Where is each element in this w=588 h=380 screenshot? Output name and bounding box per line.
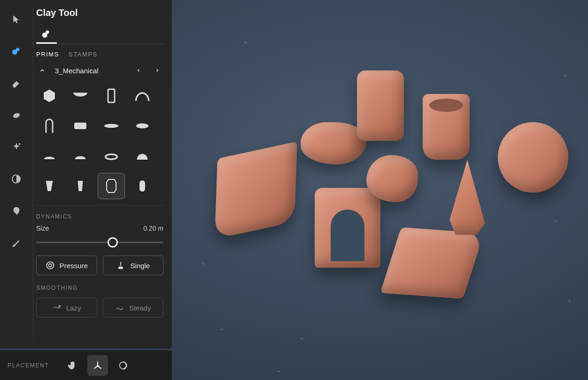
prim-cone-a[interactable]: [36, 173, 62, 199]
svg-point-5: [46, 30, 49, 33]
clay-hex-canister: [357, 70, 404, 141]
clay-cup: [423, 94, 470, 160]
sparkle-tool[interactable]: [8, 138, 25, 156]
svg-rect-15: [139, 180, 145, 192]
size-slider-knob[interactable]: [108, 237, 118, 248]
select-tool[interactable]: [8, 10, 25, 28]
prim-cone-b[interactable]: [67, 173, 93, 199]
category-name: 3_Mechanical: [55, 67, 126, 75]
svg-point-1: [16, 48, 19, 51]
svg-rect-7: [108, 89, 115, 102]
size-label: Size: [36, 225, 49, 232]
svg-point-17: [48, 264, 52, 267]
paint-tool[interactable]: [8, 234, 25, 252]
erase-tool[interactable]: [8, 74, 25, 92]
warp-tool[interactable]: [8, 170, 25, 188]
single-label: Single: [130, 262, 150, 270]
inflate-tool[interactable]: [8, 202, 25, 220]
tool-rail: [0, 0, 33, 349]
steady-button[interactable]: Steady: [103, 298, 164, 318]
svg-point-11: [106, 154, 117, 159]
placement-bar: PLACEMENT: [0, 350, 172, 380]
prim-capsule[interactable]: [129, 173, 155, 199]
category-prev-icon[interactable]: [132, 64, 145, 77]
tab-stamps[interactable]: STAMPS: [69, 51, 98, 58]
svg-point-10: [136, 124, 148, 129]
category-next-icon[interactable]: [151, 64, 163, 77]
pressure-label: Pressure: [60, 262, 88, 270]
prim-plate[interactable]: [98, 113, 124, 139]
circle-mode[interactable]: [113, 355, 133, 376]
single-button[interactable]: Single: [103, 256, 164, 275]
tool-properties: Clay Tool PRIMS STAMPS 3_Mechanical: [33, 0, 172, 349]
prim-ring[interactable]: [98, 143, 124, 169]
prims-grid: [36, 83, 163, 199]
svg-point-9: [104, 124, 119, 128]
smudge-tool[interactable]: [8, 106, 25, 124]
category-row: 3_Mechanical: [36, 64, 163, 77]
size-value: 0.20 m: [143, 225, 163, 232]
clay-wedge: [380, 227, 484, 299]
clay-rock-chunk: [366, 155, 418, 202]
pressure-button[interactable]: Pressure: [36, 256, 97, 275]
clay-spire: [446, 160, 488, 235]
clay-curved-block: [215, 141, 297, 239]
prim-arch-tall[interactable]: [36, 113, 62, 139]
brush-shape-selector[interactable]: [36, 25, 57, 44]
dynamics-label: DYNAMICS: [36, 213, 163, 220]
category-collapse-icon[interactable]: [36, 64, 48, 77]
svg-point-19: [97, 365, 99, 366]
placement-label: PLACEMENT: [8, 362, 49, 369]
clay-arch: [315, 188, 380, 268]
prim-disc[interactable]: [129, 113, 155, 139]
smoothing-label: SMOOTHING: [36, 285, 163, 291]
prim-cartridge[interactable]: [67, 113, 93, 139]
prim-gem[interactable]: [98, 173, 124, 199]
prim-cap-a[interactable]: [36, 143, 62, 169]
svg-point-2: [13, 112, 21, 119]
svg-point-16: [46, 262, 54, 269]
panel-title: Clay Tool: [36, 8, 163, 18]
svg-point-3: [19, 143, 21, 145]
svg-point-18: [59, 305, 60, 307]
svg-line-14: [114, 179, 116, 182]
prim-arc[interactable]: [129, 83, 155, 109]
clay-tool[interactable]: [8, 42, 25, 60]
clay-sphere-jar: [498, 122, 568, 193]
prim-hex[interactable]: [36, 83, 62, 109]
svg-marker-12: [107, 179, 116, 193]
prims-stamps-tabs: PRIMS STAMPS: [36, 51, 163, 58]
axis-mode[interactable]: [87, 355, 108, 376]
prim-slot[interactable]: [98, 83, 124, 109]
steady-label: Steady: [129, 304, 151, 312]
hand-mode[interactable]: [62, 355, 83, 376]
tool-panel: Clay Tool PRIMS STAMPS 3_Mechanical: [0, 0, 172, 349]
lazy-button[interactable]: Lazy: [36, 298, 97, 318]
svg-rect-8: [74, 123, 86, 129]
svg-marker-6: [44, 89, 55, 102]
prim-dome[interactable]: [129, 143, 155, 169]
svg-line-13: [107, 179, 108, 182]
tab-prims[interactable]: PRIMS: [36, 51, 59, 58]
clay-rock-flat: [301, 122, 366, 164]
size-slider[interactable]: [36, 236, 163, 249]
lazy-label: Lazy: [66, 304, 81, 312]
prim-bowl[interactable]: [67, 83, 93, 109]
prim-cap-b[interactable]: [67, 143, 93, 169]
